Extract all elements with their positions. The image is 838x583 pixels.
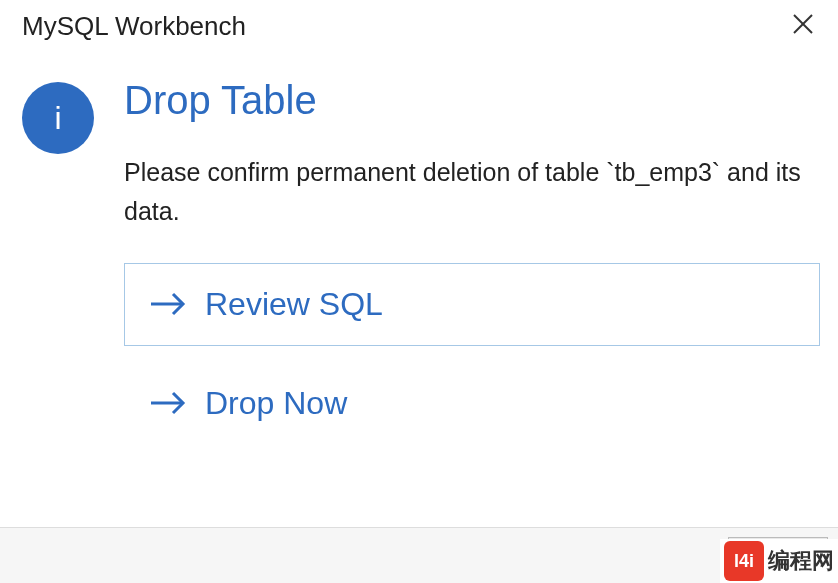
dialog-message: Please confirm permanent deletion of tab… [124,153,820,231]
footer-bar [0,527,838,583]
arrow-right-icon [149,389,189,417]
close-icon [792,10,814,41]
watermark: l4i 编程网 [720,539,838,583]
review-sql-label: Review SQL [205,286,383,323]
close-button[interactable] [782,8,824,44]
arrow-right-icon [149,290,189,318]
dialog-heading: Drop Table [124,78,820,123]
window-title: MySQL Workbench [22,11,246,42]
review-sql-button[interactable]: Review SQL [124,263,820,346]
watermark-text: 编程网 [768,546,834,576]
drop-now-label: Drop Now [205,385,347,422]
drop-now-button[interactable]: Drop Now [124,362,820,445]
main-column: Drop Table Please confirm permanent dele… [124,82,820,445]
info-icon: i [22,82,94,154]
watermark-badge: l4i [724,541,764,581]
dialog-content: i Drop Table Please confirm permanent de… [0,52,838,445]
titlebar: MySQL Workbench [0,0,838,52]
